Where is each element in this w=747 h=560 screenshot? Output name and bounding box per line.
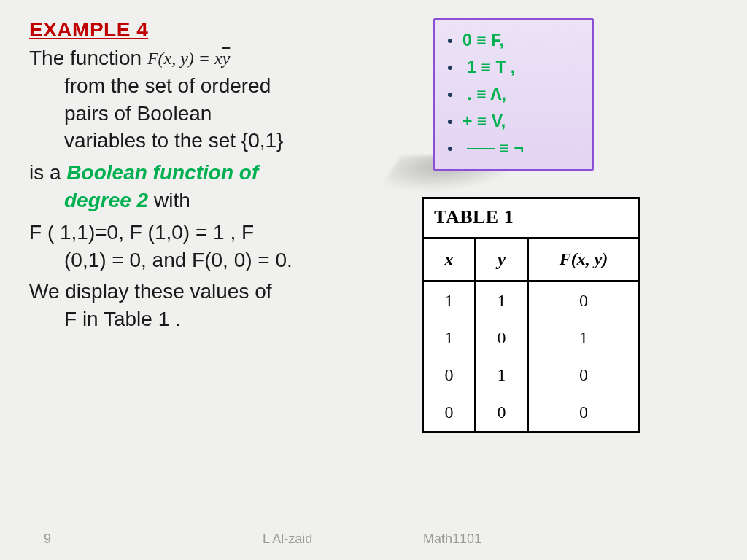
th-fxy: F(x, y) <box>529 239 638 280</box>
bullet-icon <box>448 147 452 151</box>
slide: EXAMPLE 4 The function F(x, y) = xy from… <box>0 0 747 560</box>
td: 0 <box>476 394 529 431</box>
bullet-icon <box>448 93 452 97</box>
formula-text: F(x, y) = x <box>147 49 222 68</box>
td: 0 <box>529 282 638 319</box>
legend-box: 0 ≡ F, 1 ≡ T , . ≡ Λ, + ≡ V, ≡ ¬ <box>433 18 594 171</box>
example-heading: EXAMPLE 4 <box>29 18 379 42</box>
footer-author: L Al-zaid <box>263 532 423 547</box>
page-number: 9 <box>44 532 263 547</box>
legend-item-1: 1 ≡ T , <box>438 54 585 81</box>
td: 0 <box>476 319 529 357</box>
legend-list: 0 ≡ F, 1 ≡ T , . ≡ Λ, + ≡ V, ≡ ¬ <box>438 27 585 162</box>
th-x: x <box>424 239 476 280</box>
legend-text-4: ≡ ¬ <box>462 139 524 158</box>
footer: 9 L Al-zaid Math1101 <box>0 532 747 547</box>
right-column: 0 ≡ F, 1 ≡ T , . ≡ Λ, + ≡ V, ≡ ¬ TABLE 1… <box>409 18 718 433</box>
bullet-icon <box>448 39 452 43</box>
left-column: EXAMPLE 4 The function F(x, y) = xy from… <box>29 18 379 433</box>
table-row: 1 1 0 <box>424 282 638 319</box>
line4b: F in Table 1 . <box>29 306 379 333</box>
line2-green: Boolean function of <box>66 161 258 184</box>
paragraph-4: We display these values of F in Table 1 … <box>29 278 379 333</box>
legend-item-0: 0 ≡ F, <box>438 27 585 54</box>
line1c: variables to the set {0,1} <box>29 127 379 155</box>
td: 1 <box>529 319 638 357</box>
td: 0 <box>424 394 476 431</box>
line4a: We display these values of <box>29 280 272 303</box>
line2-b: with <box>148 189 190 211</box>
bullet-icon <box>448 120 452 124</box>
td: 0 <box>529 394 638 431</box>
td: 1 <box>476 357 529 394</box>
line3b: (0,1) = 0, and F(0, 0) = 0. <box>29 246 379 274</box>
table-title: TABLE 1 <box>424 199 638 239</box>
td: 0 <box>424 357 476 394</box>
truth-table-wrap: TABLE 1 x y F(x, y) 1 1 0 1 0 1 <box>422 197 718 433</box>
legend-item-4: ≡ ¬ <box>438 135 585 162</box>
legend-item-3: + ≡ V, <box>438 108 585 135</box>
th-fxy-text: F(x, y) <box>560 249 608 268</box>
td: 0 <box>529 357 638 394</box>
td: 1 <box>424 319 476 357</box>
formula-ybar: y <box>222 49 231 68</box>
legend-text-1: 1 ≡ T , <box>462 58 515 77</box>
legend-text-3: + ≡ V, <box>462 112 506 131</box>
table-row: 0 1 0 <box>424 357 638 394</box>
footer-course: Math1101 <box>423 532 525 547</box>
table-row: 1 0 1 <box>424 319 638 357</box>
legend-item-2: . ≡ Λ, <box>438 81 585 108</box>
line3a: F ( 1,1)=0, F (1,0) = 1 , F <box>29 221 254 244</box>
table-row: 0 0 0 <box>424 394 638 431</box>
line2-wrap: degree 2 with <box>29 187 379 214</box>
paragraph-1: The function F(x, y) = xy from the set o… <box>29 44 379 155</box>
paragraph-3: F ( 1,1)=0, F (1,0) = 1 , F (0,1) = 0, a… <box>29 219 379 274</box>
line1b: pairs of Boolean <box>29 100 379 128</box>
text-lead: The function <box>29 47 147 69</box>
columns: EXAMPLE 4 The function F(x, y) = xy from… <box>29 18 718 433</box>
th-y: y <box>476 239 529 280</box>
line2-green-b: degree 2 <box>64 189 148 211</box>
truth-table: TABLE 1 x y F(x, y) 1 1 0 1 0 1 <box>422 197 640 433</box>
line2-a: is a <box>29 161 66 184</box>
table-header-row: x y F(x, y) <box>424 239 638 282</box>
formula-inline: F(x, y) = xy <box>147 49 230 68</box>
line1a: from the set of ordered <box>29 72 379 100</box>
legend-wrap: 0 ≡ F, 1 ≡ T , . ≡ Λ, + ≡ V, ≡ ¬ <box>433 18 718 171</box>
td: 1 <box>476 282 529 319</box>
td: 1 <box>424 282 476 319</box>
legend-text-0: 0 ≡ F, <box>462 31 504 50</box>
legend-text-2: . ≡ Λ, <box>462 85 506 104</box>
overline-icon <box>467 148 495 149</box>
bullet-icon <box>448 66 452 70</box>
paragraph-2: is a Boolean function of degree 2 with <box>29 159 379 214</box>
